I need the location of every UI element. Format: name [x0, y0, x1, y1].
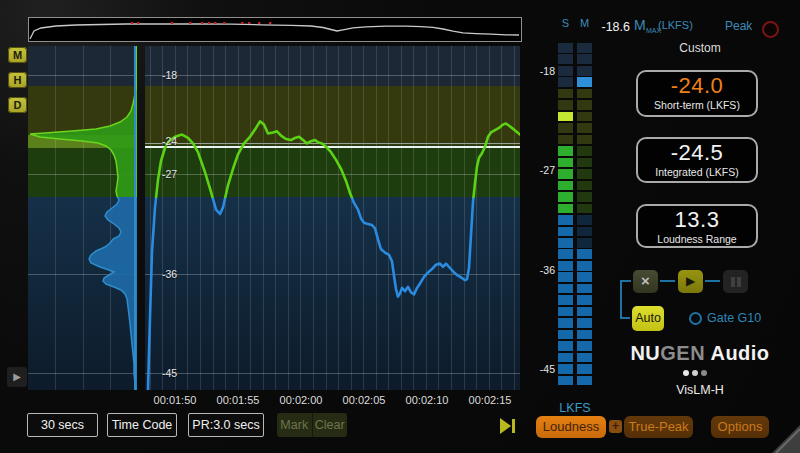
meter-segment [577, 181, 592, 191]
loudness-range-readout[interactable]: 13.3 Loudness Range [636, 204, 758, 248]
meter-segment [577, 54, 592, 64]
meter-segment [577, 112, 592, 122]
x-axis-label: 00:01:50 [154, 394, 197, 406]
meter-segment [577, 284, 592, 294]
stop-icon: × [641, 272, 650, 289]
meter-segment [558, 77, 573, 87]
clear-button[interactable]: Clear [313, 413, 348, 437]
over-target-marker [201, 22, 203, 24]
pause-icon [731, 277, 735, 287]
meter-segment [558, 284, 573, 294]
meter-segment [577, 192, 592, 202]
gate-label: Gate G10 [707, 311, 761, 325]
x-axis-label: 00:02:10 [406, 394, 449, 406]
meter-segment [577, 318, 592, 328]
history-play-button[interactable]: ▶ [7, 367, 27, 387]
auto-button[interactable]: Auto [632, 306, 664, 331]
meter-segment [577, 135, 592, 145]
meter-segment [558, 215, 573, 225]
meter-segment [558, 112, 573, 122]
meter-segment [577, 123, 592, 133]
meter-segment [577, 272, 592, 282]
integrated-value: -24.5 [638, 140, 756, 166]
meter-segment [577, 307, 592, 317]
stop-button[interactable]: × [633, 270, 658, 293]
tab-loudness[interactable]: Loudness [536, 416, 606, 438]
product-name: VisLM-H [630, 383, 770, 397]
history-window-button[interactable]: 30 secs [27, 413, 98, 437]
meter-segment [577, 66, 592, 76]
add-view-button[interactable]: + [609, 420, 622, 433]
histogram-shape [28, 46, 137, 390]
loudness-histogram[interactable] [28, 46, 137, 390]
history-play-icon: ▶ [13, 371, 21, 382]
over-target-marker [131, 22, 133, 24]
over-target-marker [189, 22, 191, 24]
peak-indicator-lamp[interactable] [762, 21, 779, 38]
meter-segment [558, 54, 573, 64]
meter-segment [558, 295, 573, 305]
meter-segment [558, 146, 573, 156]
meter-scale-label: -45 [525, 363, 555, 375]
preset-name[interactable]: Custom [630, 41, 770, 55]
macro-button-h[interactable]: H [8, 72, 27, 88]
page-dot-1 [683, 370, 689, 376]
skip-to-end-icon[interactable] [500, 417, 518, 435]
meter-scale-label: -27 [525, 164, 555, 176]
meter-segment [577, 89, 592, 99]
integrated-readout[interactable]: -24.5 Integrated (LKFS) [636, 137, 758, 183]
macro-button-d[interactable]: D [8, 97, 27, 113]
y-axis-label: -18 [162, 69, 177, 81]
momentary-max-unit: (LKFS) [658, 19, 693, 31]
short-term-readout[interactable]: -24.0 Short-term (LKFS) [636, 70, 758, 117]
meter-segment [558, 341, 573, 351]
meter-segment [558, 353, 573, 363]
x-axis-label: 00:02:05 [343, 394, 386, 406]
tab-true-peak[interactable]: True-Peak [624, 416, 693, 438]
macro-button-m[interactable]: M [8, 47, 27, 63]
overview-strip[interactable] [28, 17, 522, 42]
x-axis-label: 00:02:00 [280, 394, 323, 406]
play-icon: ▶ [686, 274, 695, 288]
mark-button[interactable]: Mark [277, 413, 312, 437]
play-button[interactable]: ▶ [678, 270, 703, 293]
meter-segment [558, 43, 573, 53]
momentary-max-symbol: M [634, 17, 646, 33]
vislm-window: M H D -18-24-27-36-45 ▶ 00:01:5000:01:55… [0, 0, 800, 453]
meter-segment [558, 307, 573, 317]
meter-segment [558, 227, 573, 237]
meter-segment [558, 376, 573, 386]
pause-button[interactable] [723, 270, 748, 293]
meter-segment [558, 204, 573, 214]
short-term-label: Short-term (LKFS) [638, 99, 756, 112]
meter-segment [558, 169, 573, 179]
mark-clear-group: Mark Clear [277, 413, 347, 437]
over-target-marker [208, 22, 210, 24]
over-target-marker [241, 22, 243, 24]
over-target-marker [214, 22, 216, 24]
meter-segment [577, 204, 592, 214]
meter-segment [577, 261, 592, 271]
timecode-button[interactable]: Time Code [107, 413, 177, 437]
meter-scale-label: -36 [525, 264, 555, 276]
meter-segment [558, 123, 573, 133]
practical-range-button[interactable]: PR:3.0 secs [188, 413, 264, 437]
meter-segment [558, 89, 573, 99]
integrated-label: Integrated (LKFS) [638, 166, 756, 179]
loudness-graph[interactable]: -18-24-27-36-45 [145, 46, 520, 390]
page-dot-2 [692, 370, 698, 376]
meter-segment [558, 318, 573, 328]
meter-segment [577, 100, 592, 110]
meter-segment [577, 215, 592, 225]
resize-grip[interactable] [770, 423, 800, 453]
tab-options[interactable]: Options [711, 416, 769, 438]
gate-radio[interactable] [689, 312, 702, 325]
meter-segment [577, 169, 592, 179]
meter-segment [577, 158, 592, 168]
loudness-curve [145, 46, 520, 390]
momentary-max-value: -18.6 [594, 20, 630, 34]
over-target-marker [258, 22, 260, 24]
meter-segment [577, 238, 592, 248]
meter-segment [558, 249, 573, 259]
page-dot-3 [701, 370, 707, 376]
